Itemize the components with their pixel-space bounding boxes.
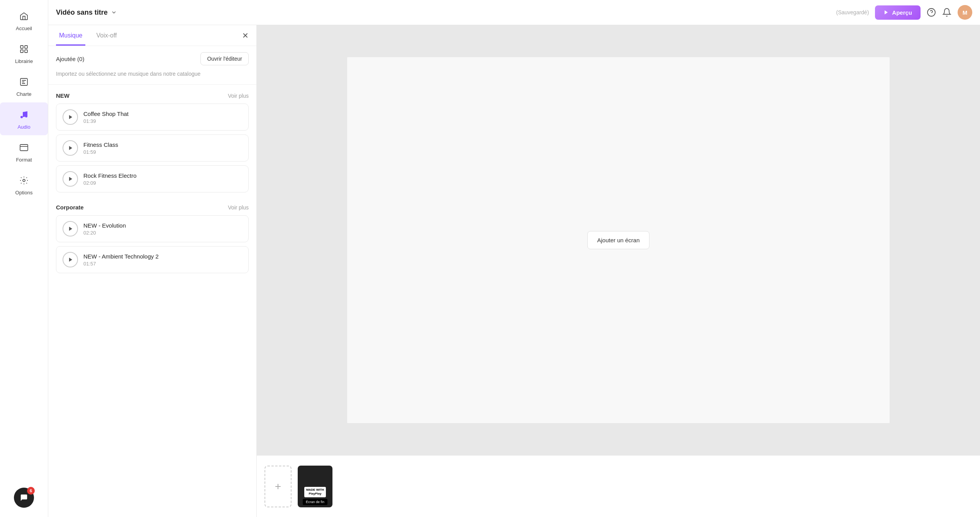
sidebar-item-librairie-label: Librairie (15, 58, 33, 64)
play-rock-fitness[interactable] (63, 171, 78, 187)
notification-button[interactable] (942, 8, 951, 17)
sidebar-item-format[interactable]: Format (0, 135, 48, 168)
play-triangle-icon (68, 145, 73, 151)
tab-voixoff[interactable]: Voix-off (93, 25, 120, 46)
play-triangle-icon (68, 176, 73, 182)
header-title-group: Vidéo sans titre (56, 9, 117, 17)
header-actions: (Sauvegardé) Aperçu M (836, 5, 972, 20)
music-item-fitness-class[interactable]: Fitness Class 01:59 (56, 134, 249, 162)
add-slide-icon: + (275, 480, 281, 493)
section-title-new: NEW (56, 92, 70, 99)
charte-icon (17, 75, 31, 89)
svg-marker-9 (885, 10, 888, 15)
saved-status: (Sauvegardé) (836, 9, 869, 15)
play-ambient[interactable] (63, 252, 78, 267)
music-info-rock-fitness: Rock Fitness Electro 02:09 (83, 172, 137, 186)
canvas-main: Ajouter un écran (257, 25, 980, 455)
bell-icon (942, 8, 951, 17)
home-icon (17, 9, 31, 23)
music-name-fitness-class: Fitness Class (83, 141, 118, 148)
music-info-ambient: NEW - Ambient Technology 2 01:57 (83, 253, 159, 267)
section-title-corporate: Corporate (56, 204, 84, 211)
added-title: Ajoutée (0) (56, 56, 84, 62)
voir-plus-corporate[interactable]: Voir plus (228, 204, 249, 211)
help-icon (927, 8, 936, 17)
music-icon (17, 108, 31, 122)
add-slide-button[interactable]: + (264, 466, 292, 507)
user-avatar[interactable]: M (958, 5, 972, 20)
chat-button[interactable]: 6 (14, 488, 34, 508)
music-duration-coffee-shop: 01:39 (83, 118, 129, 124)
chevron-down-icon[interactable] (111, 9, 117, 15)
svg-marker-13 (69, 146, 72, 150)
sidebar-item-audio[interactable]: Audio (0, 102, 48, 135)
format-icon (17, 141, 31, 155)
play-evolution[interactable] (63, 221, 78, 236)
music-item-coffee-shop[interactable]: Coffee Shop That 01:39 (56, 104, 249, 131)
svg-marker-14 (69, 177, 72, 181)
music-name-coffee-shop: Coffee Shop That (83, 111, 129, 117)
music-name-rock-fitness: Rock Fitness Electro (83, 172, 137, 179)
canvas-area: Ajouter un écran + MADE WITHPlayPlay Écr… (257, 25, 980, 517)
added-section: Ajoutée (0) Ouvrir l'éditeur Importez ou… (48, 46, 256, 85)
apercu-label: Aperçu (892, 9, 912, 16)
play-fitness-class[interactable] (63, 140, 78, 156)
music-name-ambient: NEW - Ambient Technology 2 (83, 253, 159, 260)
main-content: Musique Voix-off ✕ Ajoutée (0) Ouvrir l'… (48, 25, 980, 517)
svg-point-5 (20, 116, 23, 118)
help-button[interactable] (927, 8, 936, 17)
sidebar-item-format-label: Format (16, 157, 32, 163)
canvas-frame: Ajouter un écran (347, 57, 890, 423)
panel-tabs: Musique Voix-off ✕ (48, 25, 256, 46)
music-item-rock-fitness[interactable]: Rock Fitness Electro 02:09 (56, 165, 249, 192)
play-triangle-icon (68, 226, 73, 231)
sidebar-item-options-label: Options (15, 190, 33, 196)
svg-rect-3 (25, 50, 27, 53)
library-icon (17, 42, 31, 56)
music-info-evolution: NEW - Evolution 02:20 (83, 222, 126, 236)
svg-marker-12 (69, 115, 72, 119)
project-title: Vidéo sans titre (56, 9, 108, 17)
svg-marker-16 (69, 258, 72, 262)
section-header-corporate: Corporate Voir plus (56, 196, 249, 215)
music-item-evolution[interactable]: NEW - Evolution 02:20 (56, 215, 249, 242)
svg-rect-0 (20, 46, 23, 48)
music-info-coffee-shop: Coffee Shop That 01:39 (83, 111, 129, 124)
svg-rect-2 (20, 50, 23, 53)
sidebar-item-charte[interactable]: Charte (0, 70, 48, 102)
play-coffee-shop[interactable] (63, 109, 78, 125)
playplay-logo: MADE WITHPlayPlay (304, 487, 326, 497)
svg-marker-15 (69, 227, 72, 231)
svg-rect-1 (25, 46, 27, 48)
music-list: NEW Voir plus Coffee Shop That 01:39 Fit… (48, 85, 256, 517)
sidebar-item-charte-label: Charte (16, 91, 31, 97)
svg-point-10 (927, 9, 935, 16)
sidebar-item-audio-label: Audio (17, 124, 30, 130)
music-duration-ambient: 01:57 (83, 261, 159, 267)
sidebar-item-home[interactable]: Accueil (0, 4, 48, 37)
play-triangle-icon (68, 257, 73, 262)
open-editor-button[interactable]: Ouvrir l'éditeur (200, 52, 249, 65)
tab-musique[interactable]: Musique (56, 25, 85, 46)
slide-thumbnail-end[interactable]: MADE WITHPlayPlay Écran de fin (298, 466, 332, 507)
audio-panel: Musique Voix-off ✕ Ajoutée (0) Ouvrir l'… (48, 25, 257, 517)
sidebar-item-options[interactable]: Options (0, 168, 48, 201)
add-screen-button[interactable]: Ajouter un écran (587, 231, 649, 249)
sidebar: Accueil Librairie Charte Audio Format (0, 0, 48, 517)
svg-point-8 (23, 179, 25, 182)
apercu-button[interactable]: Aperçu (875, 5, 921, 20)
added-header: Ajoutée (0) Ouvrir l'éditeur (56, 52, 249, 65)
music-duration-evolution: 02:20 (83, 230, 126, 236)
music-duration-fitness-class: 01:59 (83, 149, 118, 155)
svg-point-6 (25, 115, 27, 117)
music-item-ambient[interactable]: NEW - Ambient Technology 2 01:57 (56, 246, 249, 273)
play-triangle-icon (68, 114, 73, 120)
voir-plus-new[interactable]: Voir plus (228, 93, 249, 99)
music-duration-rock-fitness: 02:09 (83, 180, 137, 186)
sidebar-item-librairie[interactable]: Librairie (0, 37, 48, 70)
sidebar-item-home-label: Accueil (16, 26, 32, 31)
options-icon (17, 173, 31, 187)
panel-close-button[interactable]: ✕ (242, 32, 249, 39)
svg-rect-7 (20, 145, 28, 151)
chat-badge: 6 (27, 487, 35, 495)
